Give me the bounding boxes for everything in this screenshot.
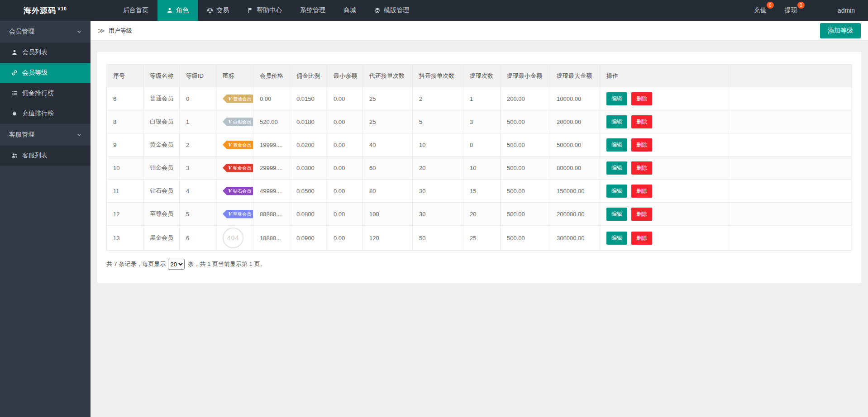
- cell-actions: 编辑删除: [600, 226, 728, 251]
- sidebar-item-1-4[interactable]: 充值排行榜: [0, 104, 91, 124]
- user-menu[interactable]: admin: [825, 0, 868, 21]
- levels-card: 序号等级名称等级ID图标会员价格佣金比例最小余额代还接单次数抖音接单次数提现次数…: [97, 52, 861, 283]
- delete-button[interactable]: 删除: [631, 185, 652, 198]
- add-level-button[interactable]: 添加等级: [820, 23, 861, 38]
- tier-badge-label: 黄金会员: [233, 141, 251, 149]
- sidebar-section-1[interactable]: 会员管理: [0, 21, 91, 43]
- nav-item-5[interactable]: 系统管理: [291, 0, 334, 21]
- table-header-row: 序号等级名称等级ID图标会员价格佣金比例最小余额代还接单次数抖音接单次数提现次数…: [107, 65, 852, 87]
- delete-button[interactable]: 删除: [631, 208, 652, 221]
- nav-item-2[interactable]: 角色: [157, 0, 198, 21]
- nav-item-1[interactable]: 后台首页: [114, 0, 157, 21]
- cell-douyin_orders: 2: [413, 87, 463, 110]
- cell-daihuan_orders: 60: [363, 156, 413, 180]
- sidebar-section-2[interactable]: 客服管理: [0, 124, 91, 146]
- nav-item-6[interactable]: 商城: [334, 0, 365, 21]
- edit-button[interactable]: 编辑: [606, 115, 627, 128]
- sidebar: 会员管理会员列表会员等级佣金排行榜充值排行榜客服管理客服列表: [0, 21, 91, 417]
- edit-button[interactable]: 编辑: [606, 185, 627, 198]
- cell-icon: 404: [216, 226, 253, 251]
- cell-withdraw_min: 200.00: [501, 87, 550, 110]
- content-body: 序号等级名称等级ID图标会员价格佣金比例最小余额代还接单次数抖音接单次数提现次数…: [91, 41, 868, 294]
- sidebar-item-1-1[interactable]: 会员列表: [0, 43, 91, 63]
- delete-button[interactable]: 删除: [631, 161, 652, 175]
- col-header-withdraw_times: 提现次数: [463, 65, 501, 87]
- sidebar-item-label: 客服列表: [22, 152, 48, 160]
- cell-price: 49999....: [253, 180, 290, 203]
- edit-button[interactable]: 编辑: [606, 208, 627, 221]
- cell-daihuan_orders: 25: [363, 110, 413, 133]
- user-levels-table: 序号等级名称等级ID图标会员价格佣金比例最小余额代还接单次数抖音接单次数提现次数…: [106, 64, 852, 251]
- nav-item-label: 帮助中心: [257, 6, 282, 14]
- cell-withdraw_max: 50000.00: [550, 133, 600, 156]
- cell-withdraw_max: 300000.00: [550, 226, 600, 251]
- sidebar-item-1-2[interactable]: 会员等级: [0, 63, 91, 83]
- v-glyph: V: [228, 141, 232, 149]
- cell-withdraw_times: 8: [463, 133, 501, 156]
- cell-price: 520.00: [253, 110, 290, 133]
- tier-badge-label: 白银会员: [233, 118, 251, 126]
- delete-button[interactable]: 删除: [631, 138, 652, 152]
- count-badge: 0: [797, 2, 805, 9]
- cell-withdraw_min: 500.00: [501, 203, 550, 226]
- brand-version: V10: [57, 6, 67, 11]
- quick-link-1[interactable]: 充值0: [745, 0, 776, 21]
- v-glyph: V: [228, 210, 232, 218]
- tier-badge-label: 至尊会员: [233, 210, 251, 218]
- cell-commission: 0.0500: [290, 180, 327, 203]
- cell-icon: V普通会员: [216, 87, 253, 110]
- quick-link-2[interactable]: 提现0: [776, 0, 806, 21]
- nav-item-7[interactable]: 模版管理: [365, 0, 418, 21]
- cell-actions: 编辑删除: [600, 110, 728, 133]
- delete-button[interactable]: 删除: [631, 92, 652, 105]
- refresh-button[interactable]: [806, 0, 825, 21]
- nav-item-4[interactable]: 帮助中心: [238, 0, 291, 21]
- col-header-min_balance: 最小余额: [327, 65, 363, 87]
- cell-withdraw_max: 80000.00: [550, 156, 600, 180]
- edit-button[interactable]: 编辑: [606, 138, 627, 152]
- table-row: 8白银会员1V白银会员520.000.01800.002553500.00200…: [107, 110, 852, 133]
- sidebar-item-1-3[interactable]: 佣金排行榜: [0, 83, 91, 104]
- sidebar-item-label: 会员等级: [22, 69, 48, 77]
- v-glyph: V: [228, 118, 232, 126]
- cell-name: 至尊会员: [143, 203, 180, 226]
- cell-daihuan_orders: 25: [363, 87, 413, 110]
- cell-spacer: [728, 133, 852, 156]
- col-header-seq: 序号: [107, 65, 143, 87]
- cell-spacer: [728, 180, 852, 203]
- cell-name: 白银会员: [143, 110, 180, 133]
- cell-min_balance: 0.00: [327, 203, 363, 226]
- cell-seq: 9: [107, 133, 143, 156]
- nav-item-3[interactable]: 交易: [198, 0, 238, 21]
- chevron-down-icon: [76, 132, 82, 138]
- nav-item-label: 角色: [176, 6, 189, 14]
- cell-spacer: [728, 110, 852, 133]
- cell-douyin_orders: 30: [413, 180, 463, 203]
- app-logo: 海外源码V10: [0, 0, 91, 21]
- delete-button[interactable]: 删除: [631, 115, 652, 128]
- edit-button[interactable]: 编辑: [606, 232, 627, 245]
- cell-actions: 编辑删除: [600, 156, 728, 180]
- col-header-level_id: 等级ID: [180, 65, 216, 87]
- nav-item-label: 后台首页: [123, 6, 148, 14]
- col-header-icon: 图标: [216, 65, 253, 87]
- tier-badge-icon: V至尊会员: [223, 210, 253, 218]
- col-header-spacer: [728, 65, 852, 87]
- tier-badge-icon: V普通会员: [223, 95, 253, 103]
- cell-seq: 11: [107, 180, 143, 203]
- username: admin: [838, 7, 855, 14]
- cell-daihuan_orders: 120: [363, 226, 413, 251]
- edit-button[interactable]: 编辑: [606, 161, 627, 175]
- sidebar-collapse-button[interactable]: [91, 0, 114, 21]
- pagination-suffix: 条，共 1 页当前显示第 1 页。: [188, 260, 266, 268]
- cell-min_balance: 0.00: [327, 156, 363, 180]
- cell-name: 普通会员: [143, 87, 180, 110]
- cell-commission: 0.0200: [290, 133, 327, 156]
- cell-seq: 6: [107, 87, 143, 110]
- delete-button[interactable]: 删除: [631, 232, 652, 245]
- col-header-commission: 佣金比例: [290, 65, 327, 87]
- edit-button[interactable]: 编辑: [606, 92, 627, 105]
- sidebar-item-2-1[interactable]: 客服列表: [0, 146, 91, 166]
- page-size-select[interactable]: 20: [168, 259, 185, 270]
- table-row: 11钻石会员4V钻石会员49999....0.05000.00803015500…: [107, 180, 852, 203]
